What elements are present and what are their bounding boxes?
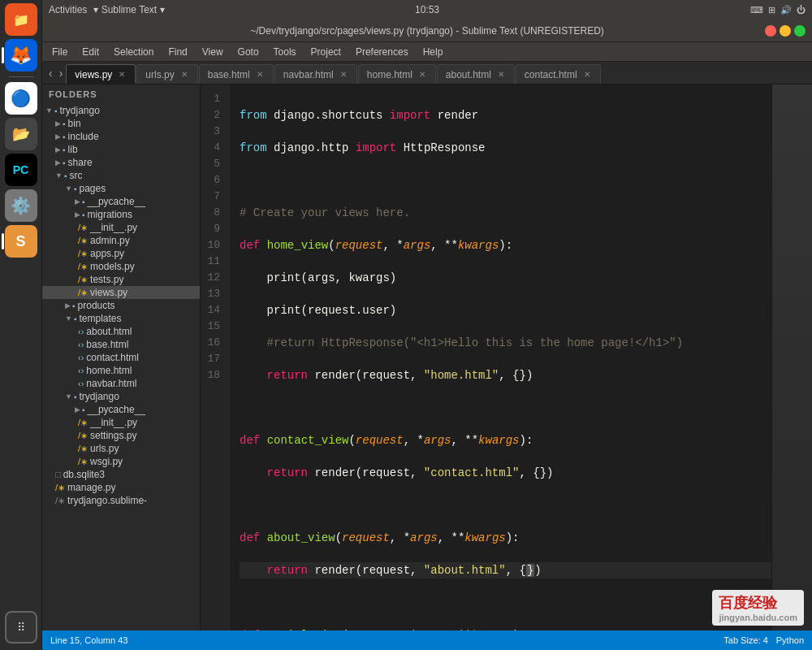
tab-views-py-close[interactable]: ✕: [117, 70, 127, 80]
sidebar-item-about-html[interactable]: ‹› about.html: [42, 325, 200, 338]
sidebar-item-init-py-2[interactable]: /∗ __init__.py: [42, 416, 200, 429]
sidebar-item-pages[interactable]: ▼ ▪ pages: [42, 182, 200, 195]
tab-about-html[interactable]: about.html ✕: [437, 64, 515, 84]
sidebar-item-bin[interactable]: ▶ ▪ bin: [42, 117, 200, 130]
menu-find[interactable]: Find: [162, 45, 193, 59]
py-file-icon: /∗: [78, 262, 88, 272]
tab-home-html-label: home.html: [367, 69, 412, 80]
tab-prev-button[interactable]: ‹: [45, 67, 56, 80]
sidebar-item-src[interactable]: ▼ ▪ src: [42, 169, 200, 182]
tab-urls-py-close[interactable]: ✕: [179, 70, 189, 80]
code-line-9: return render(request, "home.html", {}): [240, 367, 771, 384]
sidebar-label: include: [68, 131, 99, 142]
menu-edit[interactable]: Edit: [76, 45, 106, 59]
tab-urls-py[interactable]: urls.py ✕: [136, 64, 197, 84]
menu-goto[interactable]: Goto: [231, 45, 266, 59]
sidebar-item-migrations[interactable]: ▶ ▪ migrations: [42, 208, 200, 221]
dock-files2[interactable]: 📂: [5, 118, 37, 150]
menu-help[interactable]: Help: [417, 45, 450, 59]
sidebar-item-trydjango-inner[interactable]: ▼ ▪ trydjango: [42, 390, 200, 403]
menu-preferences[interactable]: Preferences: [349, 45, 415, 59]
py-file-icon: /∗: [78, 223, 88, 233]
dock-settings[interactable]: ⚙️: [5, 189, 37, 222]
tab-about-html-close[interactable]: ✕: [496, 70, 506, 80]
sidebar-item-pycache2[interactable]: ▶ ▪ __pycache__: [42, 403, 200, 416]
sidebar-item-urls-py[interactable]: /∗ urls.py: [42, 442, 200, 455]
sidebar-item-navbar-html[interactable]: ‹› navbar.html: [42, 377, 200, 390]
window-controls: [765, 25, 806, 37]
tab-contact-html-close[interactable]: ✕: [582, 70, 592, 80]
sidebar-item-templates[interactable]: ▼ ▪ templates: [42, 312, 200, 325]
sidebar-item-base-html[interactable]: ‹› base.html: [42, 338, 200, 351]
code-area[interactable]: 1 2 3 4 5 6 7 8 9 10 11 12 13 14: [201, 84, 771, 630]
sidebar-item-trydjango-root[interactable]: ▼ ▪ trydjango: [42, 104, 200, 117]
tab-navbar-html-close[interactable]: ✕: [339, 70, 348, 80]
menu-view[interactable]: View: [196, 45, 230, 59]
sidebar-item-wsgi-py[interactable]: /∗ wsgi.py: [42, 455, 200, 468]
watermark-line1: 百度经验: [719, 593, 797, 613]
line-num-6: 6: [204, 172, 227, 188]
activities-label[interactable]: Activities: [49, 4, 87, 15]
py-file-icon: /∗: [55, 483, 65, 493]
sidebar-item-lib[interactable]: ▶ ▪ lib: [42, 143, 200, 156]
sidebar-label: migrations: [88, 209, 132, 220]
sidebar-item-views-py[interactable]: /∗ views.py: [42, 286, 200, 299]
tab-contact-html[interactable]: contact.html ✕: [516, 64, 601, 84]
status-tab-size[interactable]: Tab Size: 4: [723, 635, 767, 645]
folder-icon: ▪: [63, 145, 66, 154]
close-button[interactable]: [765, 25, 776, 37]
tab-home-html-close[interactable]: ✕: [417, 70, 427, 80]
sidebar-item-include[interactable]: ▶ ▪ include: [42, 130, 200, 143]
dock-pycharm[interactable]: PC: [5, 154, 37, 186]
dock-firefox[interactable]: 🦊: [5, 39, 37, 72]
line-num-5: 5: [204, 156, 227, 172]
sidebar-item-share[interactable]: ▶ ▪ share: [42, 156, 200, 169]
folder-icon: ▪: [74, 184, 77, 193]
dock-files[interactable]: 📁: [5, 3, 37, 36]
sidebar-item-home-html[interactable]: ‹› home.html: [42, 364, 200, 377]
menu-project[interactable]: Project: [304, 45, 348, 59]
code-lines[interactable]: from django.shortcuts import render from…: [230, 84, 771, 630]
file-icon: /∗: [55, 496, 65, 506]
line-num-16: 16: [204, 335, 227, 351]
menu-tools[interactable]: Tools: [267, 45, 303, 59]
sidebar-item-manage-py[interactable]: /∗ manage.py: [42, 481, 200, 494]
folder-icon: ▪: [63, 158, 66, 167]
tab-next-button[interactable]: ›: [56, 67, 67, 80]
sidebar-item-products[interactable]: ▶ ▪ products: [42, 299, 200, 312]
minimize-button[interactable]: [780, 25, 791, 37]
status-language[interactable]: Python: [776, 635, 804, 645]
expand-arrow: ▶: [55, 119, 61, 128]
folder-icon: ▪: [72, 301, 76, 310]
status-left: Line 15, Column 43: [50, 635, 127, 645]
menu-file[interactable]: File: [45, 45, 74, 59]
sidebar-item-models-py[interactable]: /∗ models.py: [42, 260, 200, 273]
sidebar-item-db-sqlite3[interactable]: □ db.sqlite3: [42, 468, 200, 481]
sidebar-item-admin-py[interactable]: /∗ admin.py: [42, 234, 200, 247]
sidebar-item-sublime-proj[interactable]: /∗ trydjango.sublime-: [42, 494, 200, 507]
line-num-3: 3: [204, 124, 227, 140]
sidebar-item-tests-py[interactable]: /∗ tests.py: [42, 273, 200, 286]
tab-navbar-html[interactable]: navbar.html ✕: [274, 64, 357, 84]
code-content[interactable]: 1 2 3 4 5 6 7 8 9 10 11 12 13 14: [201, 84, 771, 630]
dock-sublime[interactable]: S: [5, 225, 37, 258]
sidebar-label: __init__.py: [90, 222, 137, 233]
watermark: 百度经验 jingyan.baidu.com: [712, 590, 804, 626]
sidebar-label: home.html: [86, 365, 132, 376]
tab-views-py[interactable]: views.py ✕: [66, 64, 136, 84]
sidebar-item-init-py-1[interactable]: /∗ __init__.py: [42, 221, 200, 234]
menu-selection[interactable]: Selection: [107, 45, 160, 59]
tab-base-html-close[interactable]: ✕: [255, 70, 265, 80]
system-bar-right: ⌨ ⊞ 🔊 ⏻: [750, 5, 806, 15]
sidebar-item-pycache1[interactable]: ▶ ▪ __pycache__: [42, 195, 200, 208]
sidebar-item-contact-html[interactable]: ‹› contact.html: [42, 351, 200, 364]
dock-apps-button[interactable]: ⠿: [5, 611, 37, 644]
maximize-button[interactable]: [794, 25, 806, 37]
sidebar-item-apps-py[interactable]: /∗ apps.py: [42, 247, 200, 260]
dock-chromium[interactable]: 🔵: [5, 82, 37, 115]
sidebar-label: templates: [79, 313, 121, 324]
minimap: [771, 84, 812, 630]
tab-home-html[interactable]: home.html ✕: [358, 64, 436, 84]
tab-base-html[interactable]: base.html ✕: [199, 64, 274, 84]
sidebar-item-settings-py[interactable]: /∗ settings.py: [42, 429, 200, 442]
